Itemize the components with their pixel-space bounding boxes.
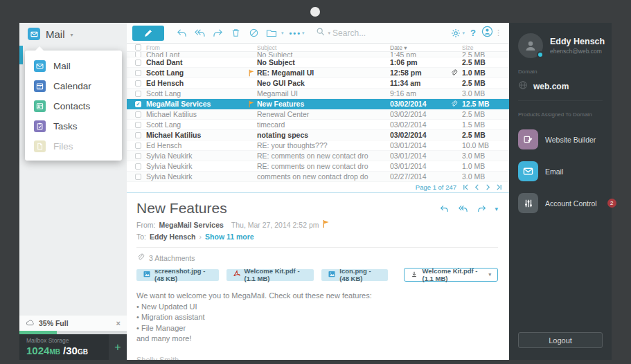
app-switcher[interactable]: Mail ▾ xyxy=(19,23,127,45)
row-subject: RE: your thoughts??? xyxy=(257,141,390,149)
app-menu-item-contacts[interactable]: Contacts xyxy=(25,96,122,116)
row-checkbox[interactable]: ✓ xyxy=(135,52,141,57)
mail-list-row[interactable]: ✓ Chad Dant No Subject 1:06 pm 2.5 MB xyxy=(127,57,509,68)
product-label: Website Builder xyxy=(545,136,596,144)
add-storage-button[interactable]: + xyxy=(109,334,127,360)
attachment-chip[interactable]: Icon.png - (48 KB) xyxy=(321,269,388,281)
app-menu-item-tasks[interactable]: Tasks xyxy=(25,116,122,136)
mail-list-row[interactable]: ✓ Scott Lang Megamail UI 9:16 am 3.0 MB xyxy=(127,89,509,99)
attachment-chip[interactable]: screenshot.jpg - (48 KB) xyxy=(136,269,219,281)
row-checkbox[interactable]: ✓ xyxy=(135,101,141,107)
column-subject[interactable]: Subject xyxy=(257,44,390,51)
reply-icon[interactable] xyxy=(172,28,190,38)
user-name: Eddy Hensch xyxy=(550,37,605,46)
forward-icon[interactable] xyxy=(208,28,226,38)
row-checkbox[interactable]: ✓ xyxy=(135,80,141,87)
mail-list-row[interactable]: ✓ Sylvia Neukirk RE: comments on new con… xyxy=(127,151,509,161)
reply-icon[interactable] xyxy=(439,204,450,213)
cloud-icon xyxy=(26,319,35,327)
logout-button[interactable]: Logout xyxy=(518,332,603,348)
mail-list-row[interactable]: ✓ Ed Hensch Neo GUI Pack 11:34 am 2.5 MB xyxy=(127,78,509,89)
search-scope-caret-icon[interactable]: ▾ xyxy=(328,30,331,36)
mail-toolbar: ▾ ••• ▾ ▾ ▾ xyxy=(127,23,509,44)
products-section-label: Products Assigned To Domain xyxy=(518,111,603,118)
row-checkbox[interactable]: ✓ xyxy=(135,111,141,118)
app-menu-item-icon xyxy=(34,140,46,152)
mail-list-row[interactable]: ✓ Chad Lant No Subject 1:45 pm 2.5 MB xyxy=(127,52,509,57)
row-from: Scott Lang xyxy=(143,69,246,77)
app-menu-item-icon xyxy=(34,100,46,112)
flag-icon[interactable] xyxy=(322,219,330,230)
mail-list-row[interactable]: ✓ Sylvia Neukirk comments on new contact… xyxy=(127,172,509,182)
row-size: 2.5 MB xyxy=(462,58,498,66)
more-actions-button[interactable]: ••• ▾ xyxy=(290,29,305,37)
row-from: Chad Lant xyxy=(143,52,246,57)
app-menu-item-calendar[interactable]: Calendar xyxy=(25,76,122,96)
move-to-folder-button[interactable]: ▾ xyxy=(263,28,284,38)
row-size: 12.5 MB xyxy=(462,100,498,108)
mail-list-row[interactable]: ✓ Scott Lang RE: Megamail UI 12:58 pm 1.… xyxy=(127,68,509,78)
mail-list-row[interactable]: ✓ Michael Katilius Renewal Center 03/02/… xyxy=(127,109,509,120)
reply-all-icon[interactable] xyxy=(190,28,208,38)
product-website-builder[interactable]: Website Builder xyxy=(518,129,603,149)
reply-all-icon[interactable] xyxy=(457,204,469,213)
compose-button[interactable] xyxy=(132,26,164,41)
row-date: 1:06 pm xyxy=(390,58,445,66)
search-input[interactable] xyxy=(332,28,416,38)
forward-icon[interactable] xyxy=(477,204,487,213)
show-more-recipients-link[interactable]: Show 11 more xyxy=(205,233,254,241)
row-checkbox[interactable]: ✓ xyxy=(135,91,141,97)
help-button[interactable]: ? xyxy=(466,28,480,38)
download-attachment-button[interactable]: Welcome Kit.pdf - (1.1 MB)▾ xyxy=(404,268,498,282)
row-size: 1.5 MB xyxy=(462,120,498,129)
settings-button[interactable]: ▾ xyxy=(450,28,465,39)
app-menu-item-mail[interactable]: Mail xyxy=(25,56,122,76)
product-account-control[interactable]: Account Control 2 xyxy=(518,193,603,213)
pagination-bar: Page 1 of 247 xyxy=(127,182,509,193)
row-subject: RE: comments on new contact dro xyxy=(257,162,390,170)
delete-icon[interactable] xyxy=(226,28,245,38)
row-checkbox[interactable]: ✓ xyxy=(135,122,141,128)
attachment-chip[interactable]: Welcome Kit.pdf - (1.1 MB) xyxy=(226,269,314,281)
row-from: Sylvia Neukirk xyxy=(143,152,246,160)
column-size[interactable]: Size xyxy=(462,44,498,51)
mail-list-row[interactable]: ✓ MegaMail Services New Features 03/02/2… xyxy=(127,99,509,109)
laptop-frame: Mail ▾ Mail Calendar Contacts Tasks File… xyxy=(0,0,631,364)
column-from[interactable]: From xyxy=(143,44,246,51)
row-checkbox[interactable]: ✓ xyxy=(135,174,141,180)
mail-list-row[interactable]: ✓ Scott Lang timecard 03/02/2014 1.5 MB xyxy=(127,120,509,130)
row-checkbox[interactable]: ✓ xyxy=(135,132,141,138)
select-all-checkbox[interactable] xyxy=(135,44,141,51)
row-checkbox[interactable]: ✓ xyxy=(135,153,141,159)
app-menu-item-files[interactable]: Files xyxy=(25,136,122,156)
product-icon xyxy=(518,129,538,149)
row-date: 03/01/2014 xyxy=(390,152,445,160)
column-date[interactable]: Date ▾ xyxy=(390,44,445,51)
app-menu-item-icon xyxy=(34,120,46,132)
chevron-down-icon: ▾ xyxy=(488,272,491,277)
close-icon[interactable]: × xyxy=(116,319,121,327)
collapse-preview-icon[interactable]: ▾ xyxy=(495,206,498,212)
row-checkbox[interactable]: ✓ xyxy=(135,70,141,76)
product-email[interactable]: Email xyxy=(518,161,603,181)
last-page-icon[interactable] xyxy=(496,184,502,190)
row-checkbox[interactable]: ✓ xyxy=(135,163,141,170)
attachment-name: Icon.png - (48 KB) xyxy=(339,267,382,282)
account-icon[interactable] xyxy=(481,26,493,40)
row-checkbox[interactable]: ✓ xyxy=(135,60,141,66)
account-menu-dots-icon[interactable]: ⋮ xyxy=(495,28,502,37)
next-page-icon[interactable] xyxy=(485,184,491,190)
mail-list-row[interactable]: ✓ Sylvia Neukirk RE: comments on new con… xyxy=(127,161,509,172)
mail-list-row[interactable]: ✓ Ed Hensch RE: your thoughts??? 03/01/2… xyxy=(127,140,509,151)
domain-row[interactable]: web.com xyxy=(518,80,603,101)
storage-used: 1024 xyxy=(26,345,49,356)
globe-icon xyxy=(518,80,528,93)
block-spam-icon[interactable] xyxy=(245,28,263,38)
prev-page-icon[interactable] xyxy=(474,184,480,190)
search-icon[interactable] xyxy=(316,27,326,39)
first-page-icon[interactable] xyxy=(463,184,469,190)
mail-list-row[interactable]: ✓ Michael Katilius notating specs 03/02/… xyxy=(127,130,509,140)
row-checkbox[interactable]: ✓ xyxy=(135,143,141,149)
row-subject: Neo GUI Pack xyxy=(257,79,390,87)
row-size: 2.5 MB xyxy=(462,79,498,87)
